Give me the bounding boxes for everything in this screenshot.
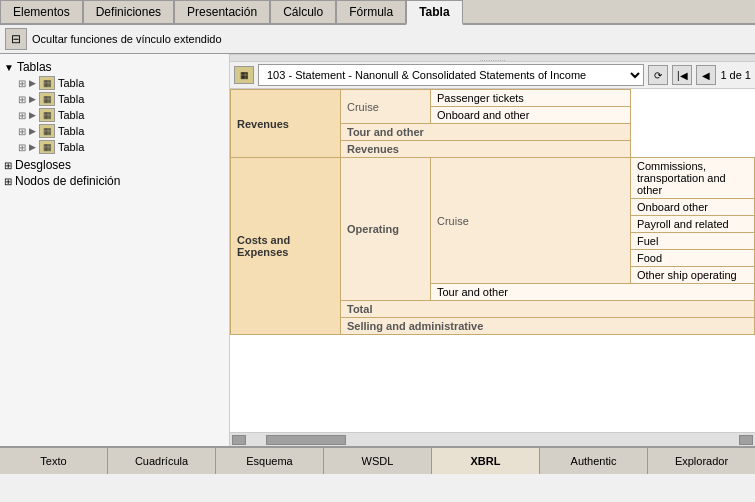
revenues-subtotal-cell: Revenues <box>341 141 631 158</box>
tree-item-tabla-4[interactable]: ⊞ ▶ ▦ Tabla <box>16 123 227 139</box>
arrow-icon-2: ▶ <box>29 94 36 104</box>
costs-expenses-cell: Costs and Expenses <box>231 158 341 335</box>
cruise-cell-operating: Cruise <box>431 158 631 284</box>
expand-icon-1: ⊞ <box>18 78 26 89</box>
tab-elementos[interactable]: Elementos <box>0 0 83 23</box>
nav-prev-btn[interactable]: ◀ <box>696 65 716 85</box>
arrow-icon-3: ▶ <box>29 110 36 120</box>
tree-item-tabla-1[interactable]: ⊞ ▶ ▦ Tabla <box>16 75 227 91</box>
tree-item-tabla-3[interactable]: ⊞ ▶ ▦ Tabla <box>16 107 227 123</box>
page-info: 1 de 1 <box>720 69 751 81</box>
tabla-icon-5: ▦ <box>39 140 55 154</box>
total-cell: Total <box>341 301 755 318</box>
toolbar: ⊟ Ocultar funciones de vínculo extendido <box>0 25 755 54</box>
nav-first-btn[interactable]: |◀ <box>672 65 692 85</box>
tab-wsdl[interactable]: WSDL <box>324 448 432 474</box>
tabla-label-1: Tabla <box>58 77 84 89</box>
tab-tabla[interactable]: Tabla <box>406 0 462 25</box>
tab-definiciones[interactable]: Definiciones <box>83 0 174 23</box>
passenger-tickets-cell: Passenger tickets <box>431 90 631 107</box>
right-panel: ............ ▦ 103 - Statement - Nanonul… <box>230 54 755 446</box>
main-area: ▼ Tablas ⊞ ▶ ▦ Tabla ⊞ ▶ ▦ Tabla <box>0 54 755 446</box>
tree-desgloses[interactable]: ⊞ Desgloses <box>2 157 227 173</box>
tabla-icon-4: ▦ <box>39 124 55 138</box>
operating-cell: Operating <box>341 158 431 301</box>
link-icon: ⊟ <box>11 32 21 46</box>
tab-authentic[interactable]: Authentic <box>540 448 648 474</box>
financial-table: Revenues Cruise Passenger tickets Onboar… <box>230 89 755 335</box>
tab-calculo[interactable]: Cálculo <box>270 0 336 23</box>
top-tab-bar: Elementos Definiciones Presentación Cálc… <box>0 0 755 25</box>
expand-icon: ▼ <box>4 62 14 73</box>
selling-admin-cell: Selling and administrative <box>341 318 755 335</box>
statement-select[interactable]: 103 - Statement - Nanonull & Consolidate… <box>258 64 644 86</box>
scroll-left-btn[interactable] <box>232 435 246 445</box>
desgloses-label: Desgloses <box>15 158 71 172</box>
statement-bar: ▦ 103 - Statement - Nanonull & Consolida… <box>230 62 755 89</box>
tab-esquema[interactable]: Esquema <box>216 448 324 474</box>
tab-texto[interactable]: Texto <box>0 448 108 474</box>
tab-presentacion[interactable]: Presentación <box>174 0 270 23</box>
bottom-tab-bar: Texto Cuadrícula Esquema WSDL XBRL Authe… <box>0 446 755 474</box>
nav-refresh-btn[interactable]: ⟳ <box>648 65 668 85</box>
arrow-icon-1: ▶ <box>29 78 36 88</box>
left-panel: ▼ Tablas ⊞ ▶ ▦ Tabla ⊞ ▶ ▦ Tabla <box>0 54 230 446</box>
horizontal-scrollbar[interactable] <box>230 432 755 446</box>
tabla-label-5: Tabla <box>58 141 84 153</box>
tree-root-tablas[interactable]: ▼ Tablas <box>2 59 227 75</box>
tabla-label-4: Tabla <box>58 125 84 137</box>
tab-xbrl[interactable]: XBRL <box>432 448 540 474</box>
tour-and-other-operating-cell: Tour and other <box>431 284 755 301</box>
tab-explorador[interactable]: Explorador <box>648 448 755 474</box>
arrow-icon-4: ▶ <box>29 126 36 136</box>
tabla-icon-3: ▦ <box>39 108 55 122</box>
table-row: Costs and Expenses Operating Cruise Comm… <box>231 158 755 199</box>
table-row: Revenues Cruise Passenger tickets <box>231 90 755 107</box>
tabla-icon-2: ▦ <box>39 92 55 106</box>
expand-icon-4: ⊞ <box>18 126 26 137</box>
statement-table-icon: ▦ <box>234 66 254 84</box>
tree-item-tabla-2[interactable]: ⊞ ▶ ▦ Tabla <box>16 91 227 107</box>
commissions-cell: Commissions, transportation and other <box>631 158 755 199</box>
financial-table-area[interactable]: Revenues Cruise Passenger tickets Onboar… <box>230 89 755 432</box>
expand-icon-5: ⊞ <box>18 142 26 153</box>
other-ship-operating-cell: Other ship operating <box>631 267 755 284</box>
fuel-cell: Fuel <box>631 233 755 250</box>
arrow-icon-5: ▶ <box>29 142 36 152</box>
scroll-thumb[interactable] <box>266 435 346 445</box>
separator: ............ <box>230 54 755 62</box>
tabla-icon-1: ▦ <box>39 76 55 90</box>
tour-and-other-revenues-cell: Tour and other <box>341 124 631 141</box>
tab-cuadricula[interactable]: Cuadrícula <box>108 448 216 474</box>
toolbar-hide-label: Ocultar funciones de vínculo extendido <box>32 33 222 45</box>
tabla-label-3: Tabla <box>58 109 84 121</box>
cruise-cell-revenues: Cruise <box>341 90 431 124</box>
tablas-label: Tablas <box>17 60 52 74</box>
expand-icon-2: ⊞ <box>18 94 26 105</box>
expand-desgloses-icon: ⊞ <box>4 160 12 171</box>
tab-formula[interactable]: Fórmula <box>336 0 406 23</box>
expand-nodos-icon: ⊞ <box>4 176 12 187</box>
onboard-other-cell: Onboard other <box>631 199 755 216</box>
payroll-cell: Payroll and related <box>631 216 755 233</box>
nodos-label: Nodos de definición <box>15 174 120 188</box>
onboard-and-other-revenues-cell: Onboard and other <box>431 107 631 124</box>
tabla-label-2: Tabla <box>58 93 84 105</box>
food-cell: Food <box>631 250 755 267</box>
expand-icon-3: ⊞ <box>18 110 26 121</box>
toolbar-icon-link[interactable]: ⊟ <box>5 28 27 50</box>
revenues-cell: Revenues <box>231 90 341 158</box>
tree-nodos[interactable]: ⊞ Nodos de definición <box>2 173 227 189</box>
scroll-right-btn[interactable] <box>739 435 753 445</box>
tree-item-tabla-5[interactable]: ⊞ ▶ ▦ Tabla <box>16 139 227 155</box>
